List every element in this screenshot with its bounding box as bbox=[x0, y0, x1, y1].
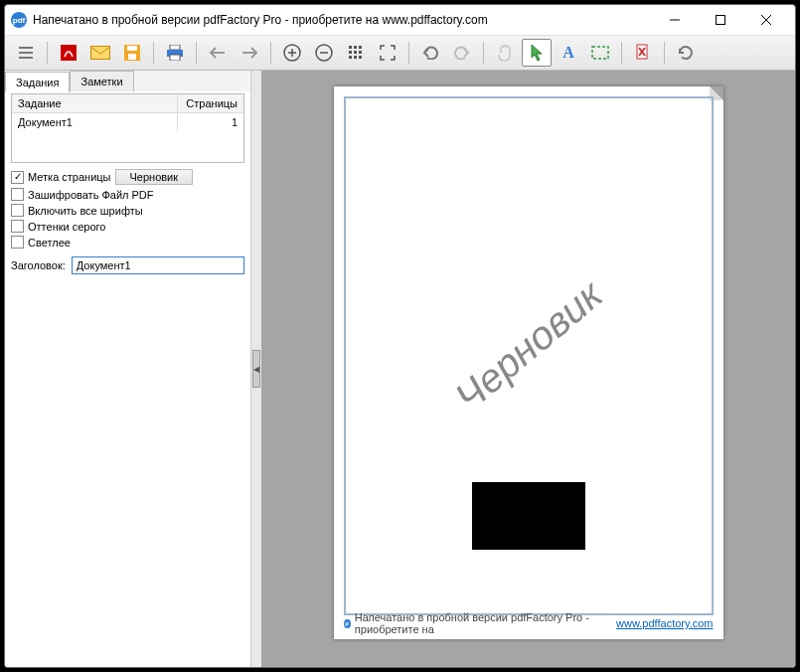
svg-rect-28 bbox=[349, 56, 352, 59]
minimize-button[interactable] bbox=[652, 5, 698, 35]
encrypt-checkbox[interactable] bbox=[11, 188, 24, 201]
toolbar: A bbox=[5, 35, 795, 71]
svg-rect-1 bbox=[717, 16, 725, 25]
doc-title-row: Заголовок: bbox=[11, 256, 244, 274]
close-button[interactable] bbox=[743, 5, 789, 35]
row-page-count: 1 bbox=[178, 113, 243, 131]
opt-light: Светлее bbox=[11, 236, 244, 249]
col-job[interactable]: Задание bbox=[12, 94, 178, 112]
jobs-list-header: Задание Страницы bbox=[12, 94, 243, 113]
stamp-checkbox[interactable]: ✓ bbox=[11, 171, 24, 184]
zoom-in-button[interactable] bbox=[277, 39, 307, 67]
thumbnails-button[interactable] bbox=[341, 39, 371, 67]
fonts-label: Включить все шрифты bbox=[28, 205, 143, 217]
window-title: Напечатано в пробной версии pdfFactory P… bbox=[33, 13, 652, 27]
svg-rect-7 bbox=[61, 45, 77, 61]
doc-title-input[interactable] bbox=[72, 256, 244, 274]
text-tool-icon: A bbox=[562, 44, 574, 62]
crop-tool-button[interactable] bbox=[585, 39, 615, 67]
svg-rect-14 bbox=[170, 55, 180, 61]
opt-encrypt: Зашифровать Файл PDF bbox=[11, 188, 244, 201]
hand-tool-button[interactable] bbox=[490, 39, 520, 67]
jobs-list[interactable]: Задание Страницы Документ1 1 bbox=[11, 93, 244, 163]
svg-rect-8 bbox=[91, 47, 110, 60]
side-tabs: Задания Заметки bbox=[5, 71, 250, 91]
svg-rect-25 bbox=[349, 51, 352, 54]
redacted-block bbox=[472, 482, 585, 550]
opt-stamp: ✓ Метка страницы Черновик bbox=[11, 169, 244, 185]
pointer-tool-button[interactable] bbox=[522, 39, 552, 67]
watermark-text: Черновик bbox=[446, 271, 610, 420]
svg-rect-27 bbox=[359, 51, 362, 54]
svg-rect-24 bbox=[359, 46, 362, 49]
row-job-name: Документ1 bbox=[12, 113, 178, 131]
svg-rect-29 bbox=[354, 56, 357, 59]
svg-rect-23 bbox=[354, 46, 357, 49]
encrypt-label: Зашифровать Файл PDF bbox=[28, 189, 154, 201]
refresh-button[interactable] bbox=[671, 39, 701, 67]
opt-fonts: Включить все шрифты bbox=[11, 204, 244, 217]
main-body: Задания Заметки Задание Страницы Докумен… bbox=[5, 71, 795, 667]
col-pages[interactable]: Страницы bbox=[178, 94, 243, 112]
svg-rect-11 bbox=[128, 54, 136, 60]
footer-text: Напечатано в пробной версии pdfFactory P… bbox=[355, 611, 612, 635]
footer-link[interactable]: www.pdffactory.com bbox=[616, 617, 713, 629]
svg-rect-26 bbox=[354, 51, 357, 54]
stamp-value-button[interactable]: Черновик bbox=[115, 169, 194, 185]
fullscreen-button[interactable] bbox=[373, 39, 402, 67]
fonts-checkbox[interactable] bbox=[11, 204, 24, 217]
next-page-button[interactable] bbox=[235, 39, 264, 67]
print-button[interactable] bbox=[160, 39, 190, 67]
svg-rect-31 bbox=[592, 47, 608, 59]
prev-page-button[interactable] bbox=[203, 39, 233, 67]
undo-button[interactable] bbox=[415, 39, 445, 67]
app-window: pdf Напечатано в пробной версии pdfFacto… bbox=[4, 4, 796, 668]
gray-checkbox[interactable] bbox=[11, 220, 24, 233]
app-icon: pdf bbox=[11, 12, 27, 28]
svg-rect-22 bbox=[349, 46, 352, 49]
preview-area[interactable]: Черновик p Напечатано в пробной версии p… bbox=[261, 71, 795, 667]
light-checkbox[interactable] bbox=[11, 236, 24, 249]
maximize-button[interactable] bbox=[698, 5, 743, 35]
page-preview: Черновик p Напечатано в пробной версии p… bbox=[334, 86, 723, 639]
titlebar: pdf Напечатано в пробной версии pdfFacto… bbox=[5, 5, 795, 35]
gray-label: Оттенки серого bbox=[28, 221, 105, 233]
doc-title-label: Заголовок: bbox=[11, 259, 66, 271]
splitter-grip-icon: ◀ bbox=[252, 350, 260, 388]
page-border: Черновик bbox=[344, 96, 714, 615]
tab-notes[interactable]: Заметки bbox=[70, 71, 133, 91]
light-label: Светлее bbox=[28, 237, 71, 249]
delete-page-button[interactable] bbox=[628, 39, 658, 67]
open-acrobat-button[interactable] bbox=[54, 39, 83, 67]
zoom-out-button[interactable] bbox=[309, 39, 339, 67]
save-button[interactable] bbox=[117, 39, 147, 67]
redo-button[interactable] bbox=[447, 39, 477, 67]
opt-gray: Оттенки серого bbox=[11, 220, 244, 233]
footer-pdf-icon: p bbox=[344, 619, 351, 628]
jobs-list-row[interactable]: Документ1 1 bbox=[12, 113, 243, 131]
text-tool-button[interactable]: A bbox=[554, 39, 583, 67]
splitter[interactable]: ◀ bbox=[251, 71, 261, 667]
email-button[interactable] bbox=[85, 39, 115, 67]
svg-rect-12 bbox=[170, 45, 180, 50]
svg-rect-30 bbox=[359, 56, 362, 59]
page-footer: p Напечатано в пробной версии pdfFactory… bbox=[344, 611, 714, 635]
side-panel: Задания Заметки Задание Страницы Докумен… bbox=[5, 71, 251, 667]
svg-rect-10 bbox=[127, 46, 137, 51]
options: ✓ Метка страницы Черновик Зашифровать Фа… bbox=[5, 169, 250, 249]
tab-jobs[interactable]: Задания bbox=[5, 72, 70, 92]
stamp-label: Метка страницы bbox=[28, 171, 111, 183]
menu-button[interactable] bbox=[11, 39, 41, 67]
